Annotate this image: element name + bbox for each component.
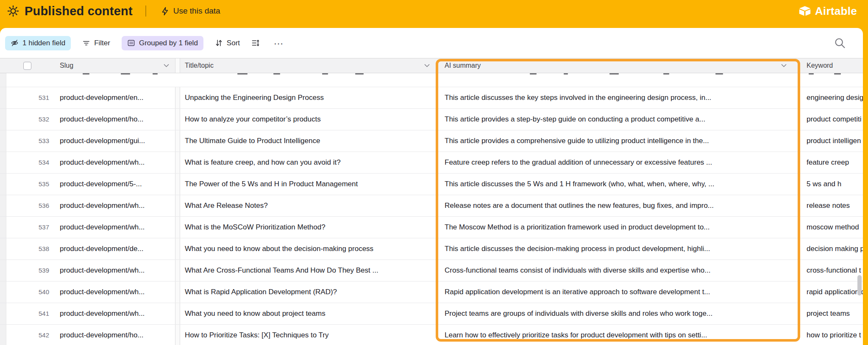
- data-grid: Slug Title/topic AI summary Keyword: [0, 58, 863, 345]
- cell-ai-summary[interactable]: Release notes are a document that outlin…: [439, 195, 798, 216]
- cell-title[interactable]: How to analyze your competitor’s product…: [180, 109, 439, 130]
- cell-slug[interactable]: product-development/gui...: [56, 130, 175, 152]
- cell-slug[interactable]: product-development/wh...: [56, 282, 175, 303]
- cell-keyword[interactable]: feature creep: [798, 152, 863, 173]
- hidden-fields-button[interactable]: 1 hidden field: [5, 36, 71, 50]
- group-icon: [127, 39, 135, 47]
- table-row[interactable]: 538 product-development/de... What you n…: [0, 238, 863, 260]
- column-header-summary[interactable]: AI summary: [439, 58, 798, 73]
- cell-ai-summary[interactable]: This article discusses the key steps inv…: [439, 87, 798, 108]
- sort-label: Sort: [227, 39, 240, 47]
- cell-ai-summary[interactable]: This article provides a step-by-step gui…: [439, 109, 798, 130]
- cell-title[interactable]: What is the MoSCoW Prioritization Method…: [180, 217, 439, 238]
- airtable-logo[interactable]: Airtable: [798, 5, 857, 18]
- column-header-slug[interactable]: Slug: [56, 58, 175, 73]
- frozen-pane-divider: [175, 152, 180, 173]
- cell-title[interactable]: What is feature creep, and how can you a…: [180, 152, 439, 173]
- table-row[interactable]: 534 product-development/wh... What is fe…: [0, 152, 863, 174]
- row-left-gutter: [0, 217, 6, 238]
- cell-slug[interactable]: product-development/wh...: [56, 217, 175, 238]
- cell-title[interactable]: The Power of the 5 Ws and H in Product M…: [180, 174, 439, 195]
- cell-ai-summary[interactable]: This article discusses the decision-maki…: [439, 238, 798, 259]
- frozen-pane-divider: [175, 282, 180, 303]
- cell-keyword[interactable]: cross-functional t: [798, 260, 863, 281]
- cell-slug[interactable]: product-development/en...: [56, 87, 175, 108]
- airtable-wordmark: Airtable: [815, 5, 857, 18]
- table-row[interactable]: 542 product-development/ho... How to Pri…: [0, 325, 863, 345]
- table-row[interactable]: 535 product-development/5-... The Power …: [0, 174, 863, 195]
- cell-title[interactable]: What Are Cross-Functional Teams And How …: [180, 260, 439, 281]
- cell-title[interactable]: What you need to know about project team…: [180, 303, 439, 324]
- table-row[interactable]: 536 product-development/wh... What Are R…: [0, 195, 863, 217]
- cell-ai-summary[interactable]: Project teams are groups of individuals …: [439, 303, 798, 324]
- row-number: 542: [6, 325, 56, 345]
- cell-keyword[interactable]: rapid application d: [798, 282, 863, 303]
- grouped-button[interactable]: Grouped by 1 field: [122, 36, 203, 50]
- cell-ai-summary[interactable]: This article discusses the 5 Ws and 1 H …: [439, 174, 798, 195]
- airtable-embed-page: Published content Use this data Airtable: [0, 0, 868, 345]
- row-number: 539: [6, 260, 56, 281]
- cell-ai-summary[interactable]: Feature creep refers to the gradual addi…: [439, 152, 798, 173]
- row-left-gutter: [0, 260, 6, 281]
- table-row[interactable]: 539 product-development/wh... What Are C…: [0, 260, 863, 282]
- cell-slug[interactable]: product-development/wh...: [56, 152, 175, 173]
- table-row[interactable]: 531 product-development/en... Unpacking …: [0, 87, 863, 109]
- cell-ai-summary[interactable]: Rapid application development is an iter…: [439, 282, 798, 303]
- cell-title[interactable]: The Ultimate Guide to Product Intelligen…: [180, 130, 439, 152]
- vertical-scrollbar-thumb[interactable]: [857, 275, 862, 295]
- cell-keyword[interactable]: release notes: [798, 195, 863, 216]
- row-left-gutter: [0, 87, 6, 108]
- cell-keyword[interactable]: project teams: [798, 303, 863, 324]
- table-row[interactable]: 533 product-development/gui... The Ultim…: [0, 130, 863, 152]
- search-icon: [834, 37, 846, 49]
- cell-keyword[interactable]: decision making p: [798, 238, 863, 259]
- airtable-mark-icon: [798, 6, 811, 17]
- table-row[interactable]: 537 product-development/wh... What is th…: [0, 217, 863, 238]
- cell-slug[interactable]: product-development/wh...: [56, 260, 175, 281]
- frozen-pane-divider: [175, 195, 180, 216]
- column-header-title[interactable]: Title/topic: [180, 58, 439, 73]
- row-number: 540: [6, 282, 56, 303]
- column-header-keyword[interactable]: Keyword: [798, 58, 863, 73]
- more-options-button[interactable]: …: [271, 39, 287, 47]
- header-divider: [145, 6, 146, 17]
- cell-ai-summary[interactable]: Cross-functional teams consist of indivi…: [439, 260, 798, 281]
- cell-keyword[interactable]: how to prioritize t: [798, 325, 863, 345]
- row-height-button[interactable]: [251, 39, 259, 47]
- cell-ai-summary[interactable]: Learn how to effectively prioritize task…: [439, 325, 798, 345]
- cell-keyword[interactable]: moscow method: [798, 217, 863, 238]
- use-this-data-button[interactable]: Use this data: [161, 6, 220, 16]
- cell-slug[interactable]: product-development/de...: [56, 238, 175, 259]
- cell-title[interactable]: What Are Release Notes?: [180, 195, 439, 216]
- frozen-pane-divider: [175, 174, 180, 195]
- filter-button[interactable]: Filter: [82, 39, 110, 47]
- chevron-down-icon: [781, 64, 787, 67]
- cell-keyword[interactable]: product intelligen: [798, 130, 863, 152]
- cell-keyword[interactable]: product competiti: [798, 109, 863, 130]
- cell-slug[interactable]: product-development/wh...: [56, 303, 175, 324]
- partially-scrolled-row[interactable]: [0, 73, 863, 87]
- cell-slug[interactable]: product-development/ho...: [56, 325, 175, 345]
- cell-title[interactable]: What you need to know about the decision…: [180, 238, 439, 259]
- cell-title[interactable]: How to Prioritize Tasks: [X] Techniques …: [180, 325, 439, 345]
- table-row[interactable]: 541 product-development/wh... What you n…: [0, 303, 863, 325]
- frozen-pane-divider: [175, 87, 180, 108]
- cell-title[interactable]: What is Rapid Application Development (R…: [180, 282, 439, 303]
- cell-slug[interactable]: product-development/wh...: [56, 195, 175, 216]
- filter-label: Filter: [94, 39, 110, 47]
- hidden-fields-label: 1 hidden field: [22, 39, 65, 47]
- cell-ai-summary[interactable]: The Moscow Method is a prioritization fr…: [439, 217, 798, 238]
- cell-keyword[interactable]: engineering desig: [798, 87, 863, 108]
- table-row[interactable]: 532 product-development/ho... How to ana…: [0, 109, 863, 130]
- cell-keyword[interactable]: 5 ws and h: [798, 174, 863, 195]
- cell-slug[interactable]: product-development/5-...: [56, 174, 175, 195]
- sort-button[interactable]: Sort: [215, 39, 240, 47]
- row-number: 541: [6, 303, 56, 324]
- cell-ai-summary[interactable]: This article provides a comprehensive gu…: [439, 130, 798, 152]
- search-button[interactable]: [834, 37, 846, 49]
- row-left-gutter: [0, 282, 6, 303]
- table-row[interactable]: 540 product-development/wh... What is Ra…: [0, 282, 863, 303]
- cell-title[interactable]: Unpacking the Engineering Design Process: [180, 87, 439, 108]
- select-all-checkbox[interactable]: [23, 62, 31, 70]
- cell-slug[interactable]: product-development/ho...: [56, 109, 175, 130]
